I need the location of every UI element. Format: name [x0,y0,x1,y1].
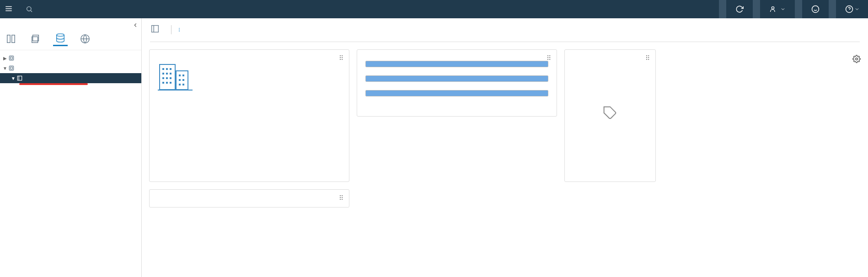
chevron-down-icon [780,6,786,12]
refresh-button[interactable] [732,0,747,18]
svg-rect-49 [182,84,184,85]
svg-rect-24 [152,26,159,32]
divider [171,25,171,34]
user-menu[interactable] [766,0,789,18]
cpu-resource [365,59,548,69]
tag-icon [603,106,617,120]
drag-handle-icon[interactable]: ⠿ [339,194,344,202]
feedback-button[interactable] [808,0,823,18]
svg-rect-34 [170,68,171,70]
svg-rect-38 [162,77,164,79]
svg-rect-19 [11,57,13,59]
caret-down-icon[interactable]: ▼ [10,76,16,81]
chevron-down-icon [854,6,860,12]
settings-button[interactable] [852,55,861,64]
svg-rect-33 [166,68,168,70]
custom-attributes-card: ⠿ [149,189,349,208]
svg-rect-40 [170,77,171,79]
svg-point-6 [812,6,819,13]
capacity-usage-card: ⠿ [357,49,557,117]
vms-templates-tab-icon[interactable] [28,32,43,46]
mem-bar [365,75,548,82]
svg-point-15 [57,34,64,37]
tree-vcenter[interactable]: ▶ [0,53,141,63]
main-content: ⠿ [142,18,868,277]
sidebar-tabs [0,27,141,50]
svg-point-5 [772,7,774,9]
svg-point-26 [179,28,180,29]
svg-point-27 [179,29,180,30]
topbar-sep2 [753,0,760,18]
drag-handle-icon[interactable]: ⠿ [547,54,552,62]
svg-rect-18 [9,56,13,60]
svg-rect-32 [162,68,164,70]
svg-rect-35 [162,73,164,75]
menu-icon[interactable] [5,5,13,14]
datacenter-details-card: ⠿ [149,49,349,182]
search-wrap[interactable] [26,5,151,13]
storage-tab-icon[interactable] [53,32,68,46]
user-icon [769,5,777,13]
mem-resource [365,74,548,84]
svg-rect-11 [7,35,10,43]
collapse-sidebar-button[interactable] [132,22,139,30]
datacenter-icon [150,24,160,35]
svg-rect-20 [9,66,13,70]
svg-rect-47 [182,79,184,81]
svg-rect-12 [12,35,15,43]
svg-rect-22 [17,76,21,80]
actions-menu[interactable] [177,27,183,32]
svg-rect-36 [166,73,168,75]
gear-icon [852,55,861,63]
svg-rect-39 [166,77,168,79]
svg-rect-37 [170,73,171,75]
hosts-clusters-tab-icon[interactable] [4,32,18,46]
cpu-bar [365,61,548,67]
topbar-sep [719,0,726,18]
svg-rect-41 [162,82,164,84]
svg-point-28 [179,31,180,32]
buildings-icon [158,61,194,93]
networking-tab-icon[interactable] [78,32,92,46]
sidebar: ▶ ▼ ▼ [0,18,142,277]
svg-rect-42 [166,82,168,84]
inventory-tree: ▶ ▼ ▼ [0,50,141,277]
svg-rect-44 [179,75,181,76]
smile-icon [811,5,820,13]
svg-rect-46 [179,79,181,81]
svg-point-3 [27,7,31,11]
svg-point-29 [856,58,858,60]
help-icon [845,5,853,13]
search-icon [26,5,33,13]
annotation-box [19,83,88,85]
vcenter-icon [8,65,16,71]
help-button[interactable] [841,0,863,18]
topbar [0,0,868,18]
svg-rect-21 [11,67,13,69]
caret-right-icon[interactable]: ▶ [2,56,8,61]
drag-handle-icon[interactable]: ⠿ [339,54,344,62]
datacenter-icon [16,75,24,81]
caret-down-icon[interactable]: ▼ [2,66,8,71]
vcenter-icon [8,55,16,61]
refresh-icon [735,5,744,13]
svg-rect-43 [170,82,171,84]
drag-handle-icon[interactable]: ⠿ [645,54,651,62]
tree-datacenter[interactable]: ▼ [0,73,141,83]
svg-line-4 [31,11,32,12]
sto-resource [365,88,548,98]
tags-card: ⠿ [564,49,656,182]
svg-rect-48 [179,84,181,85]
tree-vcenter[interactable]: ▼ [0,63,141,73]
kebab-icon [177,27,182,32]
topbar-sep3 [795,0,802,18]
svg-rect-45 [182,75,184,76]
svg-rect-31 [176,71,188,90]
topbar-sep4 [829,0,836,18]
sto-bar [365,90,548,96]
search-input[interactable] [37,6,151,13]
